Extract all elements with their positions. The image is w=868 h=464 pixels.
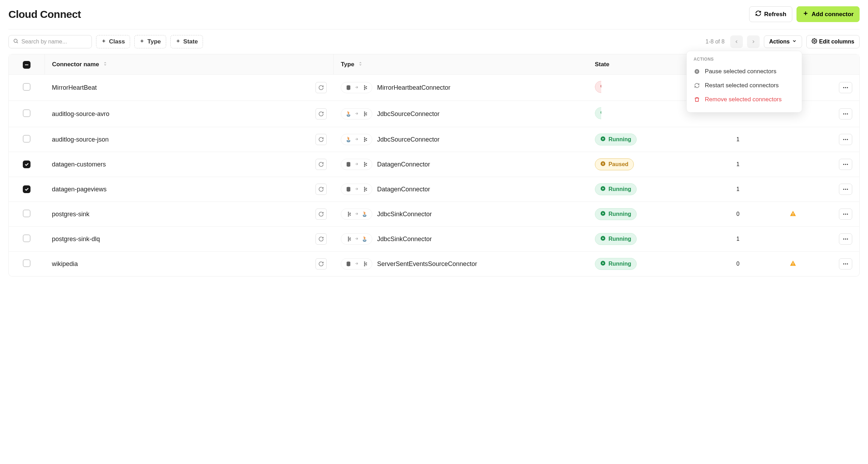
refresh-button[interactable]: Refresh <box>749 6 792 22</box>
action-restart-selected[interactable]: Restart selected connectors <box>687 79 802 93</box>
refresh-icon <box>755 10 761 18</box>
table-row: datagen-pageviews DatagenConnector Runni… <box>9 177 859 202</box>
column-header-type[interactable]: Type <box>334 54 588 75</box>
arrow-right-icon <box>354 211 359 217</box>
type-flow-badge <box>341 108 372 120</box>
java-icon <box>345 111 352 117</box>
edit-columns-button[interactable]: Edit columns <box>806 35 860 48</box>
row-more-button[interactable] <box>839 134 852 145</box>
row-more-button[interactable] <box>839 258 852 269</box>
column-header-state-label: State <box>595 61 610 68</box>
connector-name[interactable]: auditlog-source-avro <box>52 110 109 118</box>
connector-name[interactable]: MirrorHeartBeat <box>52 84 97 91</box>
trash-icon <box>694 96 700 103</box>
svg-point-12 <box>847 114 848 115</box>
search-input[interactable] <box>21 39 87 45</box>
connector-name[interactable]: wikipedia <box>52 260 78 268</box>
kafka-icon <box>345 211 352 217</box>
row-checkbox[interactable] <box>23 135 30 143</box>
add-connector-button-label: Add connector <box>812 11 854 18</box>
row-checkbox[interactable] <box>23 83 30 91</box>
row-refresh-button[interactable] <box>316 82 327 93</box>
state-badge: Running <box>595 183 637 195</box>
pager-next-button[interactable] <box>747 35 760 48</box>
add-connector-button[interactable]: Add connector <box>796 6 860 22</box>
row-refresh-button[interactable] <box>316 209 327 220</box>
plus-icon <box>140 38 144 45</box>
connector-name[interactable]: datagen-pageviews <box>52 186 107 193</box>
sort-icon <box>103 61 108 66</box>
filter-type-label: Type <box>147 38 161 45</box>
page-title: Cloud Connect <box>8 8 81 20</box>
arrow-right-icon <box>354 162 359 167</box>
connector-name[interactable]: postgres-sink-dlq <box>52 236 100 243</box>
row-more-button[interactable] <box>839 108 852 120</box>
plus-icon <box>802 10 809 18</box>
pause-icon <box>694 68 700 75</box>
row-checkbox[interactable] <box>23 234 30 242</box>
svg-point-0 <box>14 39 17 42</box>
kafka-icon <box>361 84 368 91</box>
filter-state-chip[interactable]: State <box>170 35 203 48</box>
connector-name[interactable]: datagen-customers <box>52 161 106 168</box>
row-refresh-button[interactable] <box>316 134 327 145</box>
svg-point-1 <box>694 69 699 74</box>
svg-rect-38 <box>793 262 793 264</box>
svg-point-7 <box>845 87 846 88</box>
state-badge: Running <box>595 208 637 220</box>
row-more-button[interactable] <box>839 184 852 195</box>
kafka-icon <box>361 136 368 143</box>
tasks-count: 0 <box>737 211 740 217</box>
filter-class-chip[interactable]: Class <box>96 35 130 48</box>
search-input-wrap[interactable] <box>8 35 92 48</box>
row-more-button[interactable] <box>839 233 852 245</box>
svg-point-8 <box>847 87 848 88</box>
warning-icon <box>789 212 796 218</box>
svg-point-41 <box>845 264 846 265</box>
actions-dropdown-label: Actions <box>769 39 790 45</box>
row-more-button[interactable] <box>839 159 852 170</box>
row-checkbox[interactable] <box>23 259 30 267</box>
row-checkbox[interactable] <box>23 161 30 168</box>
column-header-name[interactable]: Connector name <box>45 54 334 75</box>
svg-point-10 <box>843 114 844 115</box>
column-header-state[interactable]: State <box>588 54 704 75</box>
state-badge: Running <box>595 258 637 270</box>
row-more-button[interactable] <box>839 209 852 220</box>
action-pause-selected[interactable]: Pause selected connectors <box>687 64 802 79</box>
filter-class-label: Class <box>109 38 125 45</box>
action-remove-selected[interactable]: Remove selected connectors <box>687 93 802 107</box>
svg-point-20 <box>843 164 844 165</box>
row-checkbox[interactable] <box>23 210 30 217</box>
row-refresh-button[interactable] <box>316 233 327 245</box>
restart-icon <box>694 82 700 89</box>
table-row: datagen-customers DatagenConnector Pause… <box>9 152 859 177</box>
pager-prev-button[interactable] <box>730 35 743 48</box>
connector-name[interactable]: postgres-sink <box>52 211 89 218</box>
select-all-checkbox[interactable] <box>23 61 30 69</box>
svg-rect-39 <box>793 265 793 265</box>
row-refresh-button[interactable] <box>316 258 327 269</box>
arrow-right-icon <box>354 261 359 267</box>
filter-type-chip[interactable]: Type <box>134 35 166 48</box>
actions-dropdown-menu: ACTIONS Pause selected connectors Restar… <box>686 51 802 112</box>
row-refresh-button[interactable] <box>316 184 327 195</box>
row-checkbox[interactable] <box>23 109 30 117</box>
row-more-button[interactable] <box>839 82 852 93</box>
action-restart-label: Restart selected connectors <box>705 82 779 89</box>
actions-dropdown-header: ACTIONS <box>687 57 802 64</box>
state-label: Paused <box>609 161 629 168</box>
state-icon <box>600 83 601 90</box>
actions-dropdown-button[interactable]: Actions <box>764 35 802 48</box>
state-icon <box>600 260 606 267</box>
connector-name[interactable]: auditlog-source-json <box>52 136 109 143</box>
gear-icon <box>812 38 817 45</box>
state-icon <box>600 236 606 243</box>
row-refresh-button[interactable] <box>316 108 327 120</box>
svg-point-9 <box>601 110 601 115</box>
state-icon <box>600 211 606 218</box>
svg-rect-19 <box>603 163 603 164</box>
row-checkbox[interactable] <box>23 185 30 193</box>
row-refresh-button[interactable] <box>316 159 327 170</box>
connector-type-name: JdbcSinkConnector <box>377 236 432 243</box>
